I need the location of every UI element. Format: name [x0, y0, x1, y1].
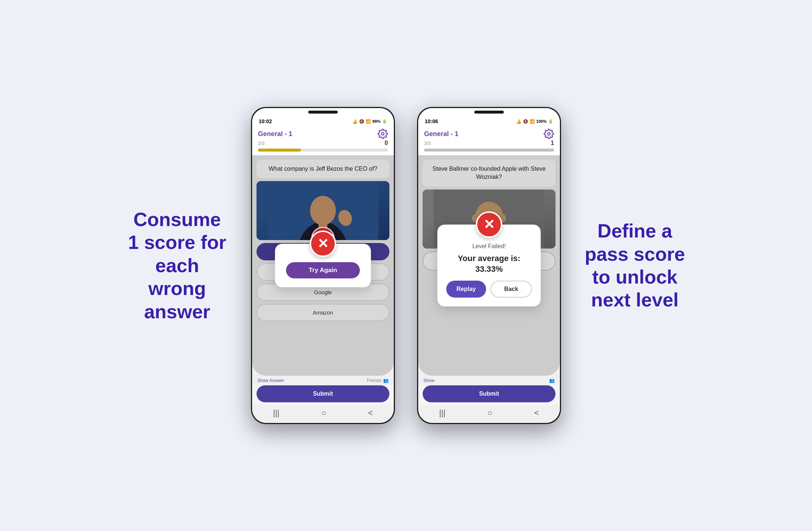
- phone-1: 10:02 🔔 🔇 📶 99% 🔋 General - 1: [251, 107, 395, 424]
- try-again-popup: Try Again: [275, 244, 371, 287]
- try-again-overlay: Try Again: [252, 155, 394, 376]
- quiz-fraction-1: 2/3: [258, 140, 265, 146]
- nav-home-2[interactable]: ○: [488, 408, 492, 418]
- back-button[interactable]: Back: [491, 281, 532, 298]
- battery-1: 99%: [372, 119, 381, 124]
- left-label: Consume 1 score for each wrong answer: [125, 208, 229, 323]
- nav-back-1[interactable]: |||: [273, 408, 279, 418]
- progress-bar-bg-2: [424, 149, 554, 152]
- quiz-title-row-1: General - 1: [258, 129, 388, 139]
- gear-icon-2[interactable]: [544, 129, 554, 139]
- quiz-fraction-2: 3/3: [424, 140, 431, 146]
- progress-bar-fill-1: [258, 149, 301, 152]
- failed-overlay: Level Failed! Your average is: 33.33% Re…: [418, 155, 560, 376]
- show-answer-link-2[interactable]: Show: [423, 378, 434, 383]
- nav-bar-2: ||| ○ <: [418, 405, 560, 423]
- try-again-button[interactable]: Try Again: [286, 262, 360, 278]
- nav-home-1[interactable]: ○: [321, 408, 326, 418]
- friends-icon-2[interactable]: 👥: [549, 378, 555, 383]
- nav-bar-1: ||| ○ <: [252, 405, 394, 423]
- phone-notch-1: [308, 111, 338, 114]
- phone-notch-2: [474, 111, 504, 114]
- status-time-2: 10:06: [425, 118, 438, 124]
- failed-average: Your average is: 33.33%: [458, 253, 520, 274]
- failed-popup: Level Failed! Your average is: 33.33% Re…: [437, 225, 541, 306]
- friends-icon-1[interactable]: Friends 👥: [367, 378, 389, 383]
- phone-1-inner: 10:02 🔔 🔇 📶 99% 🔋 General - 1: [252, 108, 394, 423]
- status-icons-2: 🔔 🔇 📶 100% 🔋: [516, 119, 553, 124]
- bottom-bar-2: Show 👥: [418, 376, 560, 385]
- quiz-content-1: What company is Jeff Bezos the CEO of?: [252, 155, 394, 376]
- popup-x-icon: [310, 230, 336, 257]
- quiz-title-2: General - 1: [424, 130, 458, 138]
- show-answer-link-1[interactable]: Show Answer: [257, 378, 284, 383]
- bottom-bar-1: Show Answer Friends 👥: [252, 376, 394, 385]
- replay-button[interactable]: Replay: [446, 281, 486, 298]
- failed-x-icon: [476, 211, 502, 238]
- page-wrapper: Consume 1 score for each wrong answer 10…: [0, 0, 812, 531]
- quiz-progress-row-1: 2/3 0: [258, 140, 388, 146]
- progress-bar-bg-1: [258, 149, 388, 152]
- quiz-header-2: General - 1 3/3 1: [418, 126, 560, 155]
- progress-bar-fill-2: [424, 149, 554, 152]
- battery-2: 100%: [536, 119, 547, 124]
- quiz-score-1: 0: [385, 140, 388, 146]
- right-label: Define a pass score to unlock next level: [583, 219, 687, 312]
- svg-point-0: [382, 133, 384, 135]
- phone-2-inner: 10:06 🔔 🔇 📶 100% 🔋 General - 1: [418, 108, 560, 423]
- failed-title: Level Failed!: [472, 243, 506, 250]
- failed-buttons: Replay Back: [446, 281, 532, 298]
- quiz-title-row-2: General - 1: [424, 129, 554, 139]
- quiz-header-1: General - 1 2/3 0: [252, 126, 394, 155]
- svg-point-8: [548, 133, 550, 135]
- status-icons-1: 🔔 🔇 📶 99% 🔋: [352, 119, 387, 124]
- submit-btn-2[interactable]: Submit: [423, 385, 555, 402]
- nav-recent-2[interactable]: <: [534, 408, 539, 418]
- quiz-score-2: 1: [551, 140, 554, 146]
- submit-btn-1[interactable]: Submit: [257, 385, 389, 402]
- nav-recent-1[interactable]: <: [368, 408, 373, 418]
- phone-2: 10:06 🔔 🔇 📶 100% 🔋 General - 1: [417, 107, 561, 424]
- gear-icon-1[interactable]: [378, 129, 388, 139]
- quiz-progress-row-2: 3/3 1: [424, 140, 554, 146]
- quiz-content-2: Steve Ballmer co-founded Apple with Stev…: [418, 155, 560, 376]
- nav-back-2[interactable]: |||: [439, 408, 445, 418]
- status-time-1: 10:02: [259, 118, 272, 124]
- quiz-title-1: General - 1: [258, 130, 292, 138]
